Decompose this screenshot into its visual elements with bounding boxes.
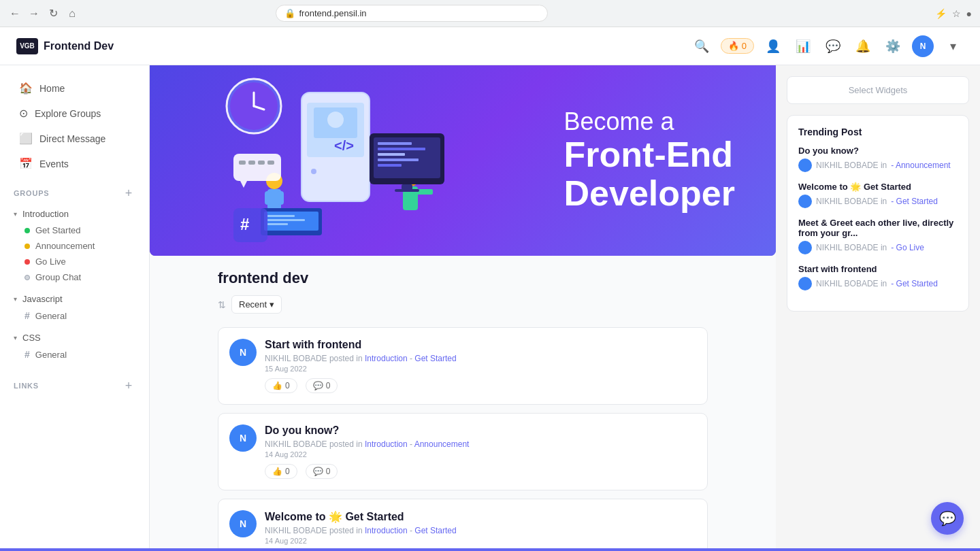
post-title-1[interactable]: Start with frontend	[265, 339, 696, 351]
groups-section-header: GROUPS +	[14, 186, 135, 200]
trending-channel-link-3[interactable]: - Go Live	[891, 243, 924, 252]
chat-icon[interactable]: 💬	[822, 35, 844, 57]
like-button-2[interactable]: 👍 0	[265, 464, 297, 479]
svg-text:#: #	[240, 215, 249, 233]
fire-badge[interactable]: 🔥 0	[721, 38, 754, 54]
trending-item-title-2: Welcome to 🌟 Get Started	[798, 182, 958, 192]
links-section-header: LINKS +	[14, 379, 135, 393]
group-item-css[interactable]: ▾ CSS	[14, 329, 135, 346]
trending-channel-link-1[interactable]: - Announcement	[891, 161, 950, 170]
comment-count-1: 0	[326, 381, 331, 390]
group-item-javascript[interactable]: ▾ Javascript	[14, 290, 135, 307]
profile-icon[interactable]: ●	[966, 8, 972, 19]
trending-avatar-3	[798, 241, 812, 254]
app-container: VGB Frontend Dev 🔍 🔥 0 👤 📊 💬 🔔 ⚙️ N ▾	[0, 27, 980, 551]
svg-point-9	[311, 169, 316, 174]
extensions-icon[interactable]: ⚡	[935, 8, 947, 19]
like-count-2: 0	[285, 467, 290, 476]
group-name-introduction: Introduction	[22, 209, 69, 219]
app-title: Frontend Dev	[44, 40, 114, 52]
post-meta-2: NIKHIL BOBADE posted in Introduction - A…	[265, 439, 696, 449]
sidebar-item-explore-groups[interactable]: ⊙ Explore Groups	[5, 101, 144, 125]
logo-box: VGB	[16, 38, 38, 54]
svg-rect-37	[258, 161, 265, 165]
browser-toolbar-right: ⚡ ☆ ●	[935, 8, 972, 19]
comment-button-2[interactable]: 💬 0	[306, 464, 338, 479]
like-button-1[interactable]: 👍 0	[265, 378, 297, 393]
sidebar-item-direct-message[interactable]: ⬜ Direct Message	[5, 127, 144, 150]
trending-author-2: NIKHIL BOBADE in	[816, 197, 887, 206]
groups-section: GROUPS + ▾ Introduction Get Started Anno…	[0, 186, 149, 368]
trending-item-meta-2: NIKHIL BOBADE in - Get Started	[798, 195, 958, 208]
widget-select-box[interactable]: Select Widgets	[787, 76, 969, 104]
like-count-1: 0	[285, 381, 290, 390]
post-actions-2: 👍 0 💬 0	[265, 464, 696, 479]
svg-rect-29	[378, 164, 402, 167]
chat-fab-button[interactable]: 💬	[931, 502, 964, 535]
post-title-3[interactable]: Welcome to 🌟 Get Started	[265, 510, 696, 523]
channel-group-chat[interactable]: Group Chat	[14, 269, 135, 285]
like-icon-2: 👍	[272, 467, 282, 476]
comment-count-2: 0	[326, 467, 331, 476]
channel-get-started[interactable]: Get Started	[14, 222, 135, 238]
group-name-javascript: Javascript	[22, 294, 63, 304]
main-layout: 🏠 Home ⊙ Explore Groups ⬜ Direct Message…	[0, 65, 980, 551]
channel-dot-group-chat	[24, 275, 30, 280]
home-button[interactable]: ⌂	[65, 7, 79, 20]
trending-item-4: Start with frontend NIKHIL BOBADE in - G…	[798, 264, 958, 290]
trending-item-1: Do you know? NIKHIL BOBADE in - Announce…	[798, 146, 958, 172]
address-bar[interactable]: 🔒 frontend.pensil.in	[276, 5, 548, 22]
trending-channel-link-4[interactable]: - Get Started	[891, 279, 938, 288]
post-channel-link-1a[interactable]: Introduction	[365, 354, 408, 363]
post-meta-3: NIKHIL BOBADE posted in Introduction - G…	[265, 526, 696, 535]
group-item-introduction[interactable]: ▾ Introduction	[14, 205, 135, 222]
post-date-2: 14 Aug 2022	[265, 450, 696, 458]
post-channel-link-3a[interactable]: Introduction	[365, 526, 408, 535]
post-channel-link-2b[interactable]: Announcement	[414, 439, 470, 449]
svg-rect-14	[277, 191, 284, 205]
svg-rect-38	[267, 161, 274, 165]
home-icon: 🏠	[19, 82, 33, 95]
svg-rect-26	[378, 148, 425, 150]
bookmark-icon[interactable]: ☆	[952, 8, 961, 19]
post-title-2[interactable]: Do you know?	[265, 424, 696, 437]
top-nav-right: 🔍 🔥 0 👤 📊 💬 🔔 ⚙️ N ▾	[691, 35, 964, 57]
svg-rect-25	[378, 142, 412, 145]
dropdown-chevron[interactable]: ▾	[942, 35, 964, 57]
trending-channel-link-2[interactable]: - Get Started	[891, 197, 938, 206]
user-profile-button[interactable]: 👤	[762, 35, 784, 57]
channel-announcement[interactable]: Announcement	[14, 238, 135, 254]
analytics-icon[interactable]: 📊	[792, 35, 814, 57]
post-channel-link-2a[interactable]: Introduction	[365, 439, 408, 449]
forward-button[interactable]: →	[27, 7, 41, 20]
back-button[interactable]: ←	[8, 7, 22, 20]
svg-point-7	[327, 112, 344, 128]
add-link-button[interactable]: +	[122, 379, 135, 393]
post-channel-link-3b[interactable]: Get Started	[414, 526, 456, 535]
group-arrow-javascript: ▾	[14, 295, 17, 303]
channel-js-general[interactable]: # General	[14, 307, 135, 324]
sidebar-home-label: Home	[39, 83, 65, 94]
user-avatar[interactable]: N	[912, 35, 934, 57]
svg-rect-30	[402, 184, 412, 190]
post-content-3: Welcome to 🌟 Get Started NIKHIL BOBADE p…	[265, 510, 696, 551]
sidebar-item-events[interactable]: 📅 Events	[5, 152, 144, 176]
channel-css-general[interactable]: # General	[14, 346, 135, 363]
like-icon-1: 👍	[272, 381, 282, 390]
post-channel-link-1b[interactable]: Get Started	[414, 354, 456, 363]
filter-select[interactable]: Recent ▾	[231, 295, 282, 314]
comment-icon-2: 💬	[313, 467, 323, 476]
sidebar-item-home[interactable]: 🏠 Home	[5, 76, 144, 100]
trending-title: Trending Post	[798, 127, 958, 137]
notification-bell[interactable]: 🔔	[852, 35, 874, 57]
search-button[interactable]: 🔍	[691, 35, 713, 57]
refresh-button[interactable]: ↻	[46, 7, 60, 20]
comment-button-1[interactable]: 💬 0	[306, 378, 338, 393]
svg-rect-18	[267, 219, 305, 221]
channel-go-live[interactable]: Go Live	[14, 254, 135, 269]
settings-icon[interactable]: ⚙️	[882, 35, 904, 57]
hero-text: Become a Front-End Developer	[564, 108, 735, 213]
add-group-button[interactable]: +	[122, 186, 135, 200]
trending-item-2: Welcome to 🌟 Get Started NIKHIL BOBADE i…	[798, 182, 958, 208]
svg-rect-32	[233, 208, 267, 242]
